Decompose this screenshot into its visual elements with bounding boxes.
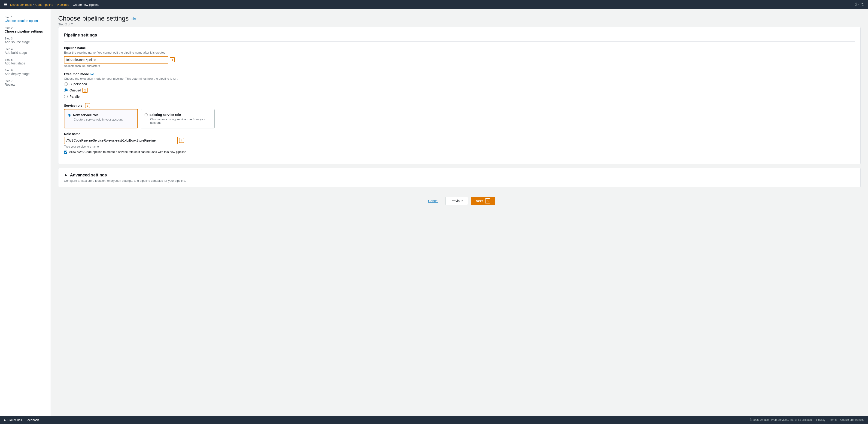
- main-content: Choose pipeline settings Info Step 2 of …: [51, 9, 868, 416]
- copyright-text: © 2025, Amazon Web Services, Inc. or its…: [750, 418, 812, 421]
- chevron-right-icon: ►: [64, 173, 68, 177]
- service-role-label: Service role 3: [64, 103, 855, 108]
- breadcrumb-sep-1: ›: [33, 3, 34, 6]
- execution-mode-desc: Choose the execution mode for your pipel…: [64, 77, 855, 80]
- allow-codepipeline-checkbox[interactable]: [64, 151, 67, 154]
- cloudshell-label: CloudShell: [7, 418, 22, 422]
- bottom-bar-right: © 2025, Amazon Web Services, Inc. or its…: [750, 418, 864, 421]
- sidebar-step-5-num: Step 5: [5, 58, 46, 61]
- queued-wrap: Queued 2: [64, 88, 88, 93]
- footer-bar: Cancel Previous Next 5: [58, 193, 861, 209]
- menu-icon[interactable]: ☰: [4, 2, 7, 7]
- page-info-link[interactable]: Info: [130, 17, 136, 20]
- pipeline-name-label: Pipeline name: [64, 46, 855, 50]
- pipeline-name-annotation: 1: [170, 57, 175, 62]
- sidebar-step-3: Step 3 Add source stage: [0, 35, 51, 46]
- sidebar-step-7-label: Review: [5, 83, 46, 86]
- service-role-new-card[interactable]: New service role Create a service role i…: [64, 109, 138, 128]
- top-nav: ☰ Developer Tools › CodePipeline › Pipel…: [0, 0, 868, 9]
- service-role-existing-desc: Choose an existing service role from you…: [145, 118, 211, 125]
- pipeline-name-input-wrap: 1: [64, 56, 175, 64]
- pipeline-name-field: Pipeline name Enter the pipeline name. Y…: [64, 46, 855, 68]
- feedback-button[interactable]: Feedback: [26, 418, 39, 422]
- refresh-icon[interactable]: ↻: [861, 2, 864, 7]
- step-indicator: Step 2 of 7: [58, 23, 861, 26]
- execution-mode-queued[interactable]: Queued 2: [64, 88, 855, 93]
- card-title: Pipeline settings: [64, 33, 855, 41]
- service-role-new-title: New service role: [73, 113, 99, 117]
- execution-mode-info-link[interactable]: Info: [90, 72, 95, 76]
- sidebar-step-2: Step 2 Choose pipeline settings: [0, 25, 51, 35]
- sidebar-step-6-label: Add deploy stage: [5, 72, 46, 76]
- service-role-new-radio[interactable]: [68, 113, 71, 117]
- advanced-settings-title-text: Advanced settings: [70, 173, 107, 177]
- role-name-annotation: 4: [179, 138, 184, 143]
- breadcrumb-sep-2: ›: [55, 3, 56, 6]
- next-button-label: Next: [476, 199, 483, 203]
- execution-mode-parallel-label: Parallel: [69, 95, 81, 98]
- execution-mode-superseded[interactable]: Superseded: [64, 82, 855, 86]
- sidebar-step-5-label: Add test stage: [5, 61, 46, 65]
- service-role-new-desc: Create a service role in your account: [68, 118, 134, 121]
- terminal-icon: ▶: [4, 418, 6, 422]
- pipeline-name-hint: No more than 100 characters: [64, 64, 855, 68]
- sidebar-step-2-num: Step 2: [5, 26, 46, 30]
- role-name-input-wrap: 4: [64, 137, 184, 144]
- advanced-settings-card: ► Advanced settings Configure artifact s…: [58, 168, 861, 187]
- sidebar-step-1-label[interactable]: Choose creation option: [5, 19, 46, 23]
- cancel-button[interactable]: Cancel: [424, 197, 443, 205]
- cookie-preferences-link[interactable]: Cookie preferences: [840, 418, 864, 421]
- breadcrumb-developer-tools[interactable]: Developer Tools: [10, 3, 32, 6]
- sidebar-step-4-label: Add build stage: [5, 51, 46, 55]
- sidebar-step-5: Step 5 Add test stage: [0, 56, 51, 67]
- role-name-label: Role name: [64, 132, 855, 136]
- execution-mode-label: Execution mode Info: [64, 72, 855, 76]
- sidebar-step-3-label: Add source stage: [5, 40, 46, 44]
- allow-codepipeline-checkbox-item[interactable]: Allow AWS CodePipeline to create a servi…: [64, 150, 855, 154]
- info-icon[interactable]: ⓘ: [855, 2, 859, 7]
- sidebar-step-3-num: Step 3: [5, 37, 46, 40]
- service-role-existing-header: Existing service role: [145, 113, 211, 117]
- terms-link[interactable]: Terms: [829, 418, 837, 421]
- breadcrumb-current: Create new pipeline: [73, 3, 99, 6]
- sidebar-step-1-num: Step 1: [5, 16, 46, 19]
- execution-mode-parallel-radio[interactable]: [64, 95, 68, 98]
- execution-mode-annotation: 2: [83, 88, 88, 93]
- role-name-input[interactable]: [64, 137, 178, 144]
- feedback-label: Feedback: [26, 418, 39, 422]
- service-role-new-header: New service role: [68, 113, 134, 117]
- breadcrumb-sep-3: ›: [70, 3, 71, 6]
- sidebar-step-7: Step 7 Review: [0, 77, 51, 88]
- service-role-existing-card[interactable]: Existing service role Choose an existing…: [141, 109, 215, 128]
- execution-mode-queued-radio[interactable]: [64, 89, 68, 92]
- sidebar-step-6-num: Step 6: [5, 69, 46, 72]
- top-nav-right: ⓘ ↻: [855, 2, 864, 7]
- advanced-settings-desc: Configure artifact store location, encry…: [64, 179, 855, 183]
- next-button[interactable]: Next 5: [471, 197, 495, 205]
- sidebar-step-1: Step 1 Choose creation option: [0, 14, 51, 25]
- pipeline-name-input[interactable]: [64, 56, 168, 64]
- allow-codepipeline-label: Allow AWS CodePipeline to create a servi…: [69, 150, 186, 154]
- sidebar-step-7-num: Step 7: [5, 79, 46, 83]
- sidebar-step-4: Step 4 Add build stage: [0, 46, 51, 56]
- sidebar-step-6: Step 6 Add deploy stage: [0, 67, 51, 77]
- service-role-annotation: 3: [85, 103, 90, 108]
- breadcrumb: Developer Tools › CodePipeline › Pipelin…: [10, 3, 99, 6]
- pipeline-settings-card: Pipeline settings Pipeline name Enter th…: [58, 27, 861, 164]
- cloudshell-button[interactable]: ▶ CloudShell: [4, 418, 22, 422]
- advanced-settings-title[interactable]: ► Advanced settings: [64, 173, 855, 177]
- service-role-field: Service role 3 New service role Create a…: [64, 103, 855, 154]
- previous-button[interactable]: Previous: [445, 197, 468, 205]
- role-name-hint: Type your service role name: [64, 145, 855, 148]
- execution-mode-superseded-label: Superseded: [69, 82, 87, 86]
- pipeline-name-desc: Enter the pipeline name. You cannot edit…: [64, 51, 855, 54]
- execution-mode-superseded-radio[interactable]: [64, 82, 68, 86]
- service-role-existing-radio[interactable]: [145, 113, 148, 117]
- breadcrumb-pipelines[interactable]: Pipelines: [57, 3, 69, 6]
- page-title: Choose pipeline settings Info: [58, 15, 861, 22]
- breadcrumb-codepipeline[interactable]: CodePipeline: [35, 3, 53, 6]
- execution-mode-radio-group: Superseded Queued 2 Parallel: [64, 82, 855, 98]
- privacy-link[interactable]: Privacy: [816, 418, 825, 421]
- bottom-bar: ▶ CloudShell Feedback © 2025, Amazon Web…: [0, 416, 868, 424]
- execution-mode-parallel[interactable]: Parallel: [64, 95, 855, 98]
